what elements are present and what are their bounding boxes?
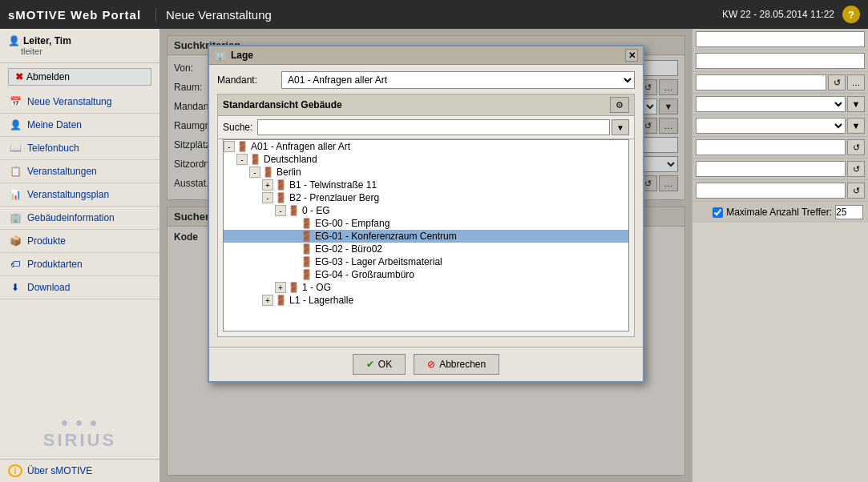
tree-node-eg00[interactable]: 🚪EG-00 - Empfang: [224, 217, 628, 230]
modal-mandant-select[interactable]: A01 - Anfragen aller Art: [281, 71, 635, 89]
tree-label-eg04: EG-04 - Großraumbüro: [315, 269, 414, 280]
tree-node-eg01[interactable]: 🚪EG-01 - Konferenzraum Centrum: [224, 230, 628, 243]
tree-label-a01: A01 - Anfragen aller Art: [251, 141, 350, 152]
rp-raumgruppe-dropdown-btn[interactable]: ▼: [847, 118, 865, 134]
rp-von-input[interactable]: [696, 31, 865, 47]
max-treffer-label: Maximale Anzahl Treffer:: [726, 207, 832, 218]
cancel-button[interactable]: ⊘ Abbrechen: [414, 354, 499, 375]
tree-icon-eg00: 🚪: [301, 218, 313, 229]
logout-button[interactable]: ✖ Abmelden: [8, 68, 151, 86]
sidebar-item-download[interactable]: ⬇Download: [0, 276, 159, 299]
rp-bis-row: [692, 50, 868, 72]
tree-label-eg03: EG-03 - Lager Arbeitsmaterial: [315, 256, 442, 267]
sidebar-item-produktarten[interactable]: 🏷Produktarten: [0, 253, 159, 276]
user-name: 👤 Leiter, Tim: [8, 35, 151, 46]
tree-node-a01[interactable]: -🚪A01 - Anfragen aller Art: [224, 140, 628, 153]
sidebar: 👤 Leiter, Tim tleiter ✖ Abmelden 📅Neue V…: [0, 29, 160, 482]
suche-input[interactable]: [257, 119, 610, 135]
tree-expand-a01[interactable]: -: [224, 141, 235, 152]
tree-node-deutschland[interactable]: -🚪Deutschland: [224, 153, 628, 166]
rp-bis-input[interactable]: [696, 53, 865, 69]
rp-ausstattung-row: ↺: [692, 180, 868, 202]
tree-expand-l1[interactable]: +: [262, 295, 273, 306]
main-layout: 👤 Leiter, Tim tleiter ✖ Abmelden 📅Neue V…: [0, 29, 868, 482]
tree-expand-b2[interactable]: -: [262, 192, 273, 203]
sirius-dots: ● ● ●: [8, 416, 151, 430]
sidebar-item-neue-veranstaltung[interactable]: 📅Neue Veranstaltung: [0, 90, 159, 114]
tree-label-deutschland: Deutschland: [264, 154, 317, 165]
header: sMOTIVE Web Portal Neue Veranstaltung KW…: [0, 0, 868, 29]
rp-raum-input[interactable]: [696, 74, 826, 90]
x-icon: ✖: [15, 71, 23, 82]
tree-icon-eg01: 🚪: [301, 231, 313, 242]
std-panel-header: Standardansicht Gebäude ⚙: [218, 94, 634, 116]
tree-expand-berlin[interactable]: -: [249, 167, 260, 178]
rp-sitzordnung-input[interactable]: [696, 161, 846, 177]
about-link[interactable]: i Über sMOTIVE: [0, 459, 159, 482]
sidebar-item-veranstaltungsplan[interactable]: 📊Veranstaltungsplan: [0, 183, 159, 207]
tree-label-b2: B2 - Prenzlauer Berg: [289, 192, 379, 203]
std-panel: Standardansicht Gebäude ⚙ Suche: ▼ -🚪A01…: [217, 94, 635, 337]
tree-icon-b2: 🚪: [275, 192, 287, 203]
download-icon: ⬇: [8, 281, 22, 294]
tree-node-eg04[interactable]: 🚪EG-04 - Großraumbüro: [224, 268, 628, 281]
rp-mandant-dropdown-btn[interactable]: ▼: [847, 96, 865, 112]
max-treffer-checkbox[interactable]: [713, 207, 723, 218]
rp-sitzordnung-reset-btn[interactable]: ↺: [847, 161, 865, 177]
tree-expand-deutschland[interactable]: -: [236, 154, 248, 165]
std-panel-expand-button[interactable]: ⚙: [610, 97, 629, 113]
tree-container[interactable]: -🚪A01 - Anfragen aller Art-🚪Deutschland-…: [223, 139, 629, 331]
suche-dropdown-btn[interactable]: ▼: [612, 119, 629, 135]
max-treffer-input[interactable]: [835, 205, 863, 219]
modal-title-icon: 🏢: [214, 50, 226, 61]
tree-icon-eg04: 🚪: [301, 269, 313, 280]
tree-node-b1[interactable]: +🚪B1 - Telwinstraße 11: [224, 179, 628, 191]
sidebar-item-meine-daten[interactable]: 👤Meine Daten: [0, 114, 159, 137]
user-section: 👤 Leiter, Tim tleiter: [0, 29, 159, 63]
right-panel: ↺ … ▼ ▼ ↺ ↺ ↺ Maximale Anzahl Treffer:: [692, 29, 868, 482]
sidebar-item-telefonbuch[interactable]: 📖Telefonbuch: [0, 137, 159, 160]
tree-expand-og1[interactable]: +: [275, 282, 286, 293]
ok-button[interactable]: ✔ OK: [353, 354, 406, 375]
veranstaltungen-icon: 📋: [8, 165, 22, 178]
tree-node-eg02[interactable]: 🚪EG-02 - Büro02: [224, 243, 628, 255]
tree-node-eg03[interactable]: 🚪EG-03 - Lager Arbeitsmaterial: [224, 255, 628, 268]
sidebar-item-veranstaltungen[interactable]: 📋Veranstaltungen: [0, 160, 159, 183]
tree-expand-eg[interactable]: -: [275, 205, 286, 216]
rp-sitzplaetze-input[interactable]: [696, 139, 846, 155]
tree-icon-berlin: 🚪: [262, 167, 274, 178]
tree-icon-og1: 🚪: [288, 282, 300, 293]
tree-node-berlin[interactable]: -🚪Berlin: [224, 166, 628, 179]
rp-raum-reset-btn[interactable]: ↺: [828, 74, 846, 90]
modal-close-button[interactable]: ✕: [625, 49, 638, 62]
rp-sitzplaetze-reset-btn[interactable]: ↺: [847, 139, 865, 155]
header-datetime: KW 22 - 28.05.2014 11:22: [722, 9, 834, 20]
user-icon: 👤: [8, 35, 20, 46]
tree-node-l1[interactable]: +🚪L1 - Lagerhalle: [224, 294, 628, 307]
rp-ausstattung-input[interactable]: [696, 183, 846, 199]
sidebar-item-gebaeudeinfo[interactable]: 🏢Gebäudeinformation: [0, 207, 159, 230]
tree-icon-a01: 🚪: [236, 141, 248, 152]
app-logo: sMOTIVE Web Portal: [8, 8, 141, 22]
tree-icon-l1: 🚪: [275, 295, 287, 306]
help-button[interactable]: ?: [842, 6, 860, 23]
tree-expand-b1[interactable]: +: [262, 179, 273, 191]
rp-mandant-row: ▼: [692, 94, 868, 115]
rp-ausstattung-reset-btn[interactable]: ↺: [847, 183, 865, 199]
tree-label-berlin: Berlin: [277, 167, 301, 178]
tree-label-b1: B1 - Telwinstraße 11: [289, 179, 377, 191]
veranstaltungsplan-icon: 📊: [8, 188, 22, 201]
suche-row: Suche: ▼: [218, 116, 634, 139]
tree-node-eg[interactable]: -🚪0 - EG: [224, 204, 628, 217]
tree-node-b2[interactable]: -🚪B2 - Prenzlauer Berg: [224, 191, 628, 204]
rp-raumgruppe-select[interactable]: [696, 118, 846, 134]
rp-raum-more-btn[interactable]: …: [847, 74, 865, 90]
tree-node-og1[interactable]: +🚪1 - OG: [224, 281, 628, 294]
user-login: tleiter: [21, 46, 151, 56]
rp-scroll-area[interactable]: [692, 223, 868, 482]
rp-sitzplaetze-row: ↺: [692, 137, 868, 159]
tree-icon-eg: 🚪: [288, 205, 300, 216]
rp-mandant-select[interactable]: [696, 96, 846, 112]
tree-label-l1: L1 - Lagerhalle: [289, 295, 353, 306]
sidebar-item-produkte[interactable]: 📦Produkte: [0, 230, 159, 253]
